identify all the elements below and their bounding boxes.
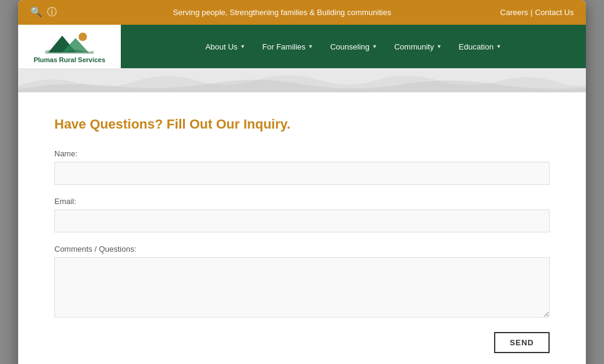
main-content: Have Questions? Fill Out Our Inquiry. Na… xyxy=(18,92,586,364)
name-group: Name: xyxy=(54,149,550,185)
nav-item-for-families[interactable]: For Families ▼ xyxy=(254,29,321,65)
separator: | xyxy=(530,8,532,17)
email-input[interactable] xyxy=(54,209,550,232)
logo-text: Plumas Rural Services xyxy=(34,56,106,63)
email-label: Email: xyxy=(54,197,550,206)
top-bar-links: Careers | Contact Us xyxy=(500,8,574,17)
nav-links: About Us ▼ For Families ▼ Counseling ▼ C… xyxy=(121,29,586,65)
chevron-down-icon: ▼ xyxy=(308,43,313,49)
top-bar-tagline: Serving people, Strengthening families &… xyxy=(64,8,500,17)
logo-image xyxy=(45,30,94,54)
comments-group: Comments / Questions: xyxy=(54,244,550,320)
contact-link[interactable]: Contact Us xyxy=(535,8,574,17)
comments-textarea[interactable] xyxy=(54,257,550,318)
mountains-strip xyxy=(18,68,586,92)
nav-item-community[interactable]: Community ▼ xyxy=(386,29,451,65)
chevron-down-icon: ▼ xyxy=(436,43,442,49)
form-title: Have Questions? Fill Out Our Inquiry. xyxy=(54,117,550,132)
form-actions: SEND xyxy=(54,332,550,353)
email-group: Email: xyxy=(54,197,550,232)
send-button[interactable]: SEND xyxy=(494,332,550,353)
svg-point-0 xyxy=(79,33,87,41)
nav-bar: Plumas Rural Services About Us ▼ For Fam… xyxy=(18,25,586,68)
browser-window: 🔍 ⓘ Serving people, Strengthening famili… xyxy=(18,0,586,364)
top-bar: 🔍 ⓘ Serving people, Strengthening famili… xyxy=(18,0,586,25)
search-icon[interactable]: 🔍 xyxy=(30,6,42,19)
info-icon[interactable]: ⓘ xyxy=(47,6,57,19)
name-label: Name: xyxy=(54,149,550,158)
comments-label: Comments / Questions: xyxy=(54,244,550,254)
chevron-down-icon: ▼ xyxy=(240,43,245,49)
chevron-down-icon: ▼ xyxy=(372,43,378,49)
logo-area: Plumas Rural Services xyxy=(18,25,121,68)
careers-link[interactable]: Careers xyxy=(500,8,528,17)
nav-item-education[interactable]: Education ▼ xyxy=(450,29,510,65)
name-input[interactable] xyxy=(54,162,550,185)
nav-item-counseling[interactable]: Counseling ▼ xyxy=(322,29,386,65)
chevron-down-icon: ▼ xyxy=(496,43,501,49)
top-bar-icons: 🔍 ⓘ xyxy=(30,6,57,19)
nav-item-about-us[interactable]: About Us ▼ xyxy=(197,29,254,65)
